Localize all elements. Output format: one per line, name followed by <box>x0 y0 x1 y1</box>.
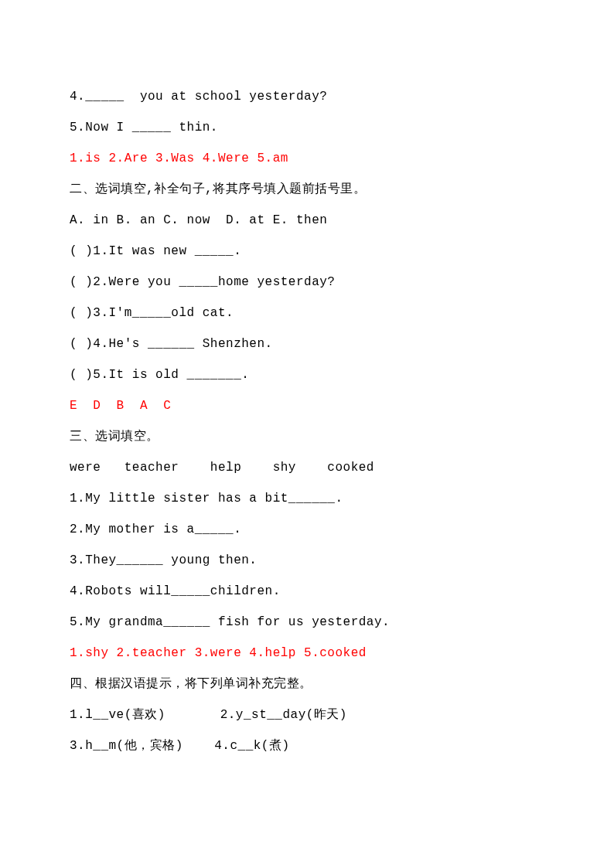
question-line: 1.l__ve(喜欢) 2.y_st__day(昨天) <box>70 700 544 730</box>
answer-line: 1.shy 2.teacher 3.were 4.help 5.cooked <box>70 638 544 669</box>
question-line: 4.Robots will_____children. <box>70 576 544 607</box>
question-line: ( )3.I'm_____old cat. <box>70 298 544 328</box>
question-line: 3.They______ young then. <box>70 545 544 576</box>
section-heading: 三、选词填空。 <box>70 421 544 452</box>
answer-line: E D B A C <box>70 390 544 421</box>
question-line: 4._____ you at school yesterday? <box>70 81 544 112</box>
question-line: 2.My mother is a_____. <box>70 514 544 545</box>
word-bank-line: were teacher help shy cooked <box>70 452 544 483</box>
question-line: 3.h__m(他，宾格) 4.c__k(煮) <box>70 730 544 761</box>
section-heading: 二、选词填空,补全句子,将其序号填入题前括号里。 <box>70 174 544 205</box>
options-line: A. in B. an C. now D. at E. then <box>70 205 544 236</box>
question-line: 5.My grandma______ fish for us yesterday… <box>70 607 544 638</box>
section-heading: 四、根据汉语提示，将下列单词补充完整。 <box>70 669 544 700</box>
answer-line: 1.is 2.Are 3.Was 4.Were 5.am <box>70 143 544 174</box>
question-line: ( )2.Were you _____home yesterday? <box>70 267 544 298</box>
question-line: ( )4.He's ______ Shenzhen. <box>70 328 544 359</box>
question-line: 5.Now I _____ thin. <box>70 112 544 143</box>
question-line: 1.My little sister has a bit______. <box>70 483 544 514</box>
question-line: ( )5.It is old _______. <box>70 359 544 390</box>
document-page: 4._____ you at school yesterday? 5.Now I… <box>0 0 614 823</box>
question-line: ( )1.It was new _____. <box>70 236 544 267</box>
